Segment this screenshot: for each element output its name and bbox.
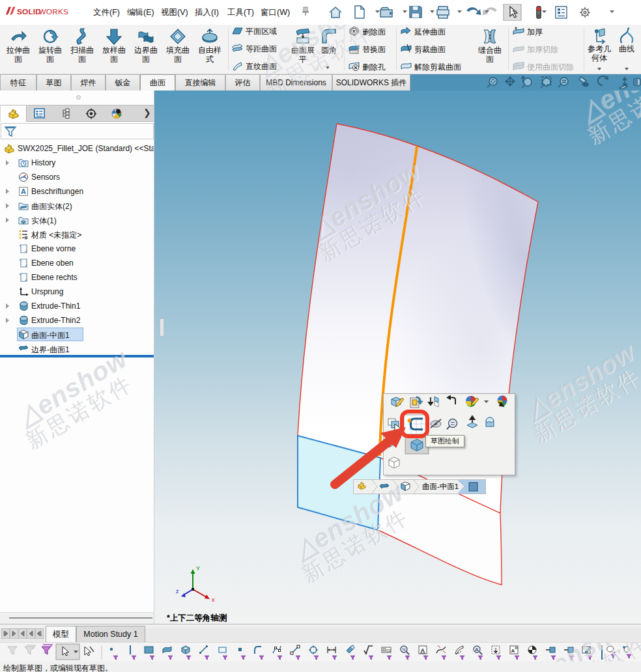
svg-text:z: z — [176, 588, 179, 595]
svg-text:N: N — [403, 647, 406, 652]
svg-text:*上下二等角轴测: *上下二等角轴测 — [167, 613, 227, 623]
svg-text:A: A — [421, 647, 425, 654]
svg-text:A: A — [21, 188, 26, 195]
svg-text:A: A — [511, 648, 515, 654]
svg-text:A: A — [475, 647, 479, 652]
svg-text:03: 03 — [386, 649, 391, 652]
svg-text:x: x — [212, 596, 215, 603]
svg-text:Y: Y — [196, 565, 200, 572]
